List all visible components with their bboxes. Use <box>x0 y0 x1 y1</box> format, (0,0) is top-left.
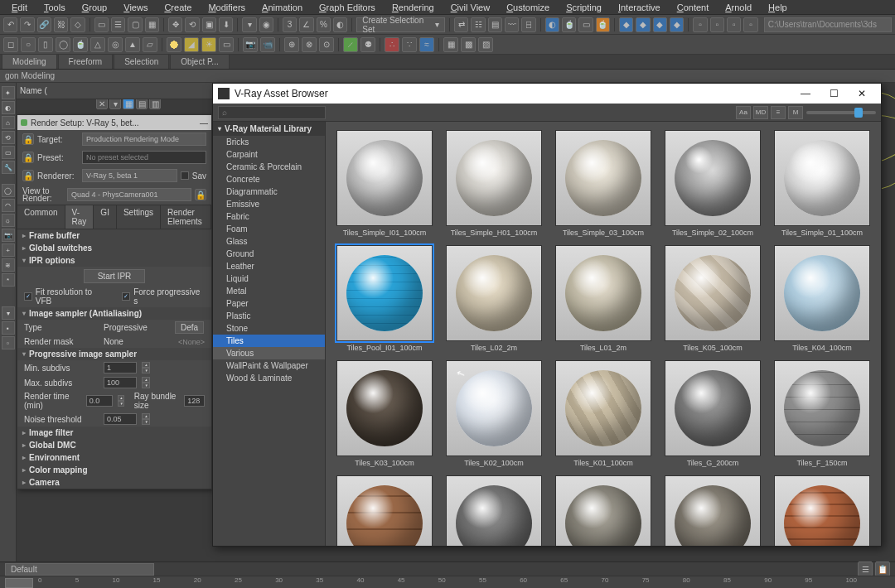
mini-lock-icon[interactable]: ▾ <box>109 98 121 109</box>
align-button[interactable]: ☷ <box>471 17 485 32</box>
sys-b-button[interactable]: ▩ <box>461 37 476 52</box>
menu-modifiers[interactable]: Modifiers <box>200 1 254 14</box>
vab-category-stone[interactable]: Stone <box>213 322 325 335</box>
camera-section[interactable]: ▸Camera <box>17 476 211 489</box>
cp-warp-icon[interactable]: ≋ <box>2 258 15 272</box>
time-slider[interactable] <box>5 578 33 588</box>
vab-category-concrete[interactable]: Concrete <box>213 173 325 186</box>
shape-pyramid-button[interactable]: ▲ <box>125 37 140 52</box>
refcoord-button[interactable]: ▾ <box>242 17 256 32</box>
shape-plane-button[interactable]: ▱ <box>143 37 157 52</box>
vab-thumb-tiles_g_200cm[interactable]: Tiles_G_200cm <box>662 360 763 467</box>
mini-close-icon[interactable]: ✕ <box>96 98 108 109</box>
material-editor-button[interactable]: ◐ <box>545 17 559 32</box>
target-lock-icon[interactable]: 🔒 <box>22 133 34 145</box>
redo-button[interactable]: ↷ <box>20 17 34 32</box>
mini-view-icon[interactable]: ▦ <box>123 98 134 109</box>
vab-category-emissive[interactable]: Emissive <box>213 198 325 210</box>
vab-thumb-tiles_simple_01_100cm[interactable]: Tiles_Simple_01_100cm <box>772 130 873 237</box>
spinner-snap-button[interactable]: ◐ <box>333 17 347 32</box>
menu-animation[interactable]: Animation <box>254 1 311 14</box>
vab-thumb-tiles_simple_03_100cm[interactable]: Tiles_Simple_03_100cm <box>553 130 654 237</box>
select-region-button[interactable]: ▢ <box>128 17 142 32</box>
renderer-dropdown[interactable]: V-Ray 5, beta 1 <box>82 169 177 182</box>
frame-buffer-section[interactable]: ▸Frame buffer <box>17 229 211 242</box>
vab-category-ground[interactable]: Ground <box>213 248 325 260</box>
light-area-button[interactable]: ▭ <box>219 37 234 52</box>
vab-thumb-tiles_a_100cm[interactable]: Tiles_A_100cm <box>772 475 873 546</box>
percent-snap-button[interactable]: % <box>317 17 331 32</box>
vray-c-button[interactable]: ◆ <box>653 17 667 32</box>
vab-category-various[interactable]: Various <box>213 347 325 359</box>
menu-edit[interactable]: Edit <box>3 1 36 14</box>
vab-category-glass[interactable]: Glass <box>213 235 325 248</box>
menu-arnold[interactable]: Arnold <box>717 1 760 14</box>
vab-category-liquid[interactable]: Liquid <box>213 272 325 285</box>
render-mask-dropdown[interactable]: None <box>104 337 153 346</box>
rs-tab-settings[interactable]: Settings <box>117 205 161 229</box>
ribbon-tab-objectp[interactable]: Object P... <box>170 54 229 69</box>
render-button[interactable]: 🍵 <box>596 17 610 32</box>
save-checkbox[interactable] <box>181 171 189 180</box>
status-layers-icon[interactable]: ☰ <box>858 561 873 576</box>
cp-utilities-icon[interactable]: 🔧 <box>2 161 15 174</box>
menu-graph-editors[interactable]: Graph Editors <box>311 1 384 14</box>
ribbon-tab-selection[interactable]: Selection <box>114 54 169 69</box>
global-dmc-section[interactable]: ▸Global DMC <box>17 439 211 451</box>
render-setup-tabs[interactable]: CommonV-RayGISettingsRender Elements <box>17 205 211 229</box>
scale-button[interactable]: ▣ <box>202 17 216 32</box>
cam-target-button[interactable]: 📷 <box>243 37 258 52</box>
vab-thumb-tiles_l01_2m[interactable]: Tiles_L01_2m <box>553 245 654 352</box>
render-time-spinner[interactable]: 0.0 <box>86 395 113 407</box>
window-crossing-button[interactable]: ▦ <box>145 17 159 32</box>
render-setup-button[interactable]: 🍵 <box>562 17 576 32</box>
biped-button[interactable]: ⚉ <box>360 37 375 52</box>
vab-category-tiles[interactable]: Tiles <box>213 335 325 347</box>
preset-dropdown[interactable]: No preset selected <box>82 151 206 164</box>
angle-snap-button[interactable]: ∠ <box>299 17 313 32</box>
helper-b-button[interactable]: ⊗ <box>302 37 317 52</box>
mini-layers-icon[interactable]: ▥ <box>149 98 161 109</box>
menu-customize[interactable]: Customize <box>498 1 558 14</box>
cp-display-icon[interactable]: ▭ <box>2 146 15 159</box>
vab-thumb-tiles_k02_100cm[interactable]: Tiles_K02_100cm <box>443 360 544 467</box>
ribbon-tab-modeling[interactable]: Modeling <box>2 54 57 69</box>
vab-view-≡[interactable]: ≡ <box>771 106 786 119</box>
vab-thumb-tiles_f_150cm[interactable]: Tiles_F_150cm <box>772 360 873 467</box>
curve-editor-button[interactable]: 〰 <box>505 17 519 32</box>
vab-thumb-tiles_l02_2m[interactable]: Tiles_L02_2m <box>443 245 544 352</box>
rs-tab-gi[interactable]: GI <box>94 205 117 229</box>
shape-teapot-button[interactable]: 🍵 <box>73 37 88 52</box>
vab-titlebar[interactable]: V-Ray Asset Browser — ☐ ✕ <box>213 84 881 104</box>
menu-group[interactable]: Group <box>74 1 116 14</box>
cp-misc3-icon[interactable]: ▫ <box>2 336 15 349</box>
noise-spinner[interactable]: 0.05 <box>104 413 137 425</box>
project-path-box[interactable]: C:\Users\tran\Documents\3ds <box>764 17 892 32</box>
vab-category-ceramic-porcelain[interactable]: Ceramic & Porcelain <box>213 161 325 173</box>
menu-views[interactable]: Views <box>115 1 156 14</box>
menu-tools[interactable]: Tools <box>36 1 74 14</box>
max-subdivs-spinner[interactable]: 100 <box>104 377 137 388</box>
menu-rendering[interactable]: Rendering <box>384 1 443 14</box>
vab-category-diagrammatic[interactable]: Diagrammatic <box>213 186 325 198</box>
undo-button[interactable]: ↶ <box>3 17 17 32</box>
vab-thumb-tiles_k05_100cm[interactable]: Tiles_K05_100cm <box>662 245 763 352</box>
vray-b-button[interactable]: ◆ <box>636 17 650 32</box>
vab-category-bricks[interactable]: Bricks <box>213 136 325 148</box>
vab-thumb-tiles_simple_i01_100cm[interactable]: Tiles_Simple_I01_100cm <box>334 130 435 237</box>
rs-tab-common[interactable]: Common <box>17 205 65 229</box>
arnold-a-button[interactable]: ▫ <box>693 17 707 32</box>
image-filter-section[interactable]: ▸Image filter <box>17 427 211 439</box>
selection-set-dropdown[interactable]: Create Selection Set ▾ <box>356 17 445 32</box>
vab-thumb-tiles_c_150cm[interactable]: Tiles_C_150cm <box>553 475 654 546</box>
vab-thumb-tiles_simple_02_100cm[interactable]: Tiles_Simple_02_100cm <box>662 130 763 237</box>
timeline[interactable]: 0510152025303540455055606570758085909510… <box>0 576 895 588</box>
slider-thumb[interactable] <box>854 108 863 118</box>
prog-sampler-section[interactable]: ▾Progressive image sampler <box>17 348 211 360</box>
link-button[interactable]: 🔗 <box>37 17 51 32</box>
render-setup-window[interactable]: Render Setup: V-Ray 5, bet... — 🔒 Target… <box>17 114 212 489</box>
render-setup-min-icon[interactable]: — <box>200 118 208 128</box>
space-warp-button[interactable]: ≈ <box>419 37 434 52</box>
vab-thumb-tiles_d_90cm[interactable]: Tiles_D_90cm <box>443 475 544 546</box>
snap-button[interactable]: 3 <box>283 17 297 32</box>
